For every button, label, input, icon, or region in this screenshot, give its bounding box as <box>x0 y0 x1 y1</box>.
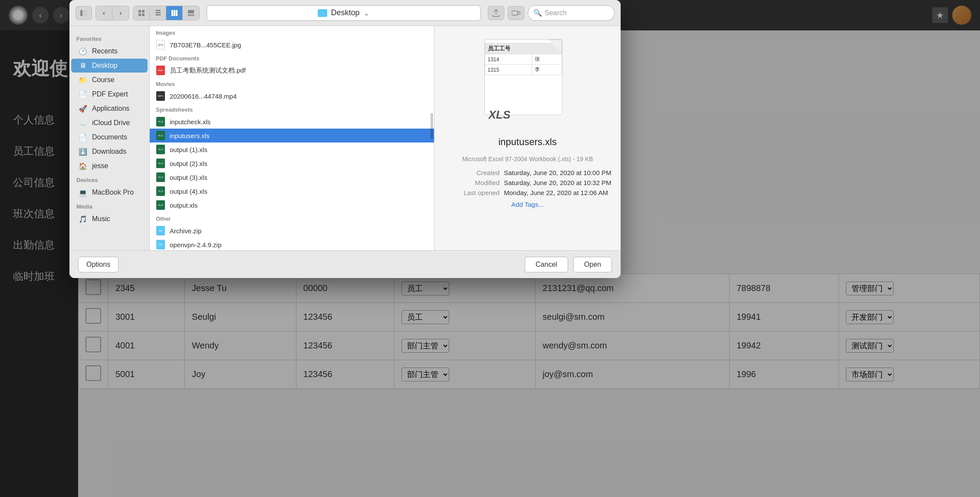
sidebar-item-macbook[interactable]: 💻 MacBook Pro <box>71 186 148 199</box>
sidebar-item-documents[interactable]: 📄 Documents <box>71 130 148 144</box>
xls-cell: 李 <box>532 65 562 75</box>
share-button[interactable] <box>488 6 504 20</box>
sidebar-item-label: MacBook Pro <box>92 189 134 196</box>
sidebar-item-desktop[interactable]: 🖥 Desktop <box>71 59 148 73</box>
nav-button-group: ‹ › <box>95 6 129 20</box>
xls-file-icon: XLS <box>156 200 165 210</box>
file-name: output (3).xls <box>170 174 207 181</box>
open-button[interactable]: Open <box>573 257 612 272</box>
pdf-file-icon: PDF <box>156 66 165 75</box>
sidebar-item-pdf-expert[interactable]: 📄 PDF Expert <box>71 87 148 101</box>
file-name: output.xls <box>170 202 197 209</box>
tag-button[interactable] <box>508 6 524 20</box>
created-label: Created <box>443 169 500 176</box>
jpg-file-icon: JPG <box>156 40 165 50</box>
svg-rect-7 <box>174 10 175 16</box>
sidebar-item-applications[interactable]: 🚀 Applications <box>71 102 148 116</box>
list-item[interactable]: XLS output (1).xls <box>150 142 434 156</box>
xls-type-label: XLS <box>489 108 511 122</box>
dialog-footer: Options Cancel Open <box>69 250 621 278</box>
preview-filetype: Microsoft Excel 97-2004 Workbook (.xls) … <box>462 155 593 164</box>
list-item[interactable]: XLS output (2).xls <box>150 156 434 170</box>
section-header-images: Images <box>150 26 434 38</box>
file-picker-dialog: ‹ › ☰ Desktop ⌄ <box>69 0 621 278</box>
dialog-body: Favorites 🕐 Recents 🖥 Desktop 📁 Course 📄… <box>69 26 621 250</box>
sidebar-item-course[interactable]: 📁 Course <box>71 73 148 87</box>
file-name: 7B703E7B...455CEE.jpg <box>170 41 241 49</box>
home-icon: 🏠 <box>78 162 88 170</box>
back-button[interactable]: ‹ <box>96 6 112 20</box>
svg-rect-3 <box>142 10 145 13</box>
search-icon: 🔍 <box>533 9 542 17</box>
applications-icon: 🚀 <box>78 105 88 113</box>
scrollbar[interactable] <box>431 113 433 139</box>
svg-rect-14 <box>518 12 520 14</box>
list-item[interactable]: MP4 20200616...44748.mp4 <box>150 89 434 103</box>
file-name: output (4).xls <box>170 188 207 195</box>
devices-label: Devices <box>69 173 149 185</box>
svg-rect-12 <box>192 14 194 16</box>
location-label: Desktop <box>331 8 359 17</box>
list-item-selected[interactable]: XLS inputusers.xls <box>150 129 434 142</box>
sidebar-item-jesse[interactable]: 🏠 jesse <box>71 159 148 173</box>
favorites-label: Favorites <box>69 32 149 44</box>
zip-file-icon: ZIP <box>156 226 165 235</box>
xls-file-icon: XLS <box>156 117 165 126</box>
svg-rect-5 <box>142 13 145 16</box>
xls-cell: 1314 <box>485 54 532 65</box>
forward-button[interactable]: › <box>112 6 129 20</box>
icloud-icon: ☁️ <box>78 119 88 127</box>
recents-icon: 🕐 <box>78 47 88 55</box>
sidebar-item-icloud[interactable]: ☁️ iCloud Drive <box>71 116 148 130</box>
list-item[interactable]: XLS output (3).xls <box>150 170 434 184</box>
view-column-button[interactable] <box>166 6 183 20</box>
location-bar[interactable]: Desktop ⌄ <box>207 5 481 21</box>
dialog-overlay: ‹ › ☰ Desktop ⌄ <box>0 0 980 497</box>
mp4-file-icon: MP4 <box>156 91 165 101</box>
list-item[interactable]: PDF 员工考勤系统测试文档.pdf <box>150 63 434 77</box>
file-name: 员工考勤系统测试文档.pdf <box>170 66 246 75</box>
svg-rect-13 <box>512 11 518 15</box>
xls-file-icon: XLS <box>156 172 165 182</box>
modified-value: Saturday, June 20, 2020 at 10:32 PM <box>504 179 612 186</box>
sidebar-toggle-button[interactable] <box>76 6 92 20</box>
svg-rect-0 <box>80 10 82 16</box>
view-grid-button[interactable] <box>133 6 150 20</box>
svg-rect-8 <box>176 10 178 16</box>
file-name: openvpn-2.4.9.zip <box>170 241 221 248</box>
options-button[interactable]: Options <box>78 257 118 272</box>
view-list-button[interactable]: ☰ <box>150 6 166 20</box>
list-item[interactable]: XLS inputcheck.xls <box>150 115 434 129</box>
file-name: output (1).xls <box>170 146 207 153</box>
preview-filename: inputusers.xls <box>498 136 557 148</box>
view-gallery-button[interactable] <box>183 6 199 20</box>
sidebar-item-label: Desktop <box>92 62 118 70</box>
last-opened-value: Monday, June 22, 2020 at 12:06 AM <box>504 189 612 196</box>
list-item[interactable]: ZIP openvpn-2.4.9.zip <box>150 238 434 250</box>
file-preview-pane: 员工工号 1314 张 1315 李 XLS <box>434 26 621 250</box>
file-name: inputcheck.xls <box>170 118 210 126</box>
dialog-toolbar: ‹ › ☰ Desktop ⌄ <box>69 0 621 26</box>
sidebar-item-label: Documents <box>92 133 127 141</box>
dialog-sidebar: Favorites 🕐 Recents 🖥 Desktop 📁 Course 📄… <box>69 26 150 250</box>
list-item[interactable]: XLS output (4).xls <box>150 184 434 198</box>
search-bar[interactable]: 🔍 Search <box>528 5 615 21</box>
xls-cell: 张 <box>532 54 562 65</box>
add-tags-button[interactable]: Add Tags... <box>511 201 544 208</box>
svg-rect-2 <box>138 10 141 13</box>
file-name: 20200616...44748.mp4 <box>170 93 237 100</box>
sidebar-item-downloads[interactable]: ⬇️ Downloads <box>71 145 148 159</box>
footer-action-buttons: Cancel Open <box>525 257 612 272</box>
sidebar-item-label: Course <box>92 76 115 84</box>
list-item[interactable]: ZIP Archive.zip <box>150 224 434 238</box>
list-item[interactable]: JPG 7B703E7B...455CEE.jpg <box>150 38 434 52</box>
sidebar-item-label: PDF Expert <box>92 90 128 98</box>
list-item[interactable]: XLS output.xls <box>150 198 434 212</box>
svg-rect-11 <box>190 14 192 16</box>
cancel-button[interactable]: Cancel <box>525 257 568 272</box>
file-list: Images JPG 7B703E7B...455CEE.jpg PDF Doc… <box>150 26 434 250</box>
file-preview-thumbnail: 员工工号 1314 张 1315 李 XLS <box>484 39 571 126</box>
macbook-icon: 💻 <box>78 189 88 196</box>
sidebar-item-music[interactable]: 🎵 Music <box>71 212 148 226</box>
sidebar-item-recents[interactable]: 🕐 Recents <box>71 44 148 58</box>
